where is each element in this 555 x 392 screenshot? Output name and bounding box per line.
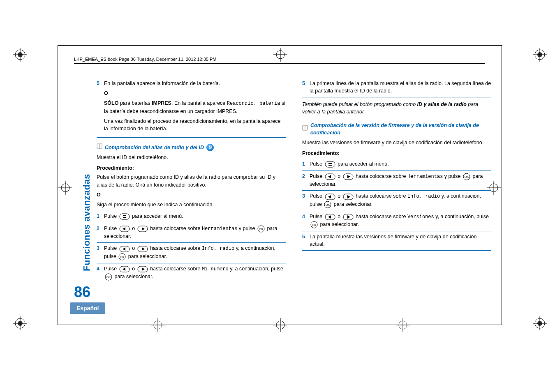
step-number: 3 [97, 244, 104, 252]
text: La pantalla muestra las versiones de fir… [310, 234, 476, 247]
svg-marker-75 [328, 215, 331, 219]
mono-text: Herramientas [407, 174, 443, 180]
registration-mark-icon [273, 318, 287, 332]
svg-marker-69 [328, 195, 331, 198]
registration-mark-icon [151, 318, 165, 332]
left-column: 5 En la pantalla aparece la información … [97, 78, 286, 283]
svg-rect-36 [120, 214, 130, 219]
page-root: LKP_EMEA_ES.book Page 86 Tuesday, Decemb… [0, 0, 555, 392]
step-number: 3 [302, 192, 310, 200]
mono-text: Info. radio [407, 194, 440, 199]
text: y pulse [239, 226, 257, 231]
book-icon [302, 125, 308, 133]
svg-marker-54 [142, 267, 145, 271]
note-text: También puede pulsar el botón programado… [302, 101, 491, 115]
svg-marker-52 [123, 267, 125, 271]
step-number: 4 [302, 213, 310, 220]
text: En la pantalla aparece la información de… [104, 81, 220, 86]
step-number: 2 [97, 225, 104, 232]
text: SÓLO [104, 100, 118, 106]
right-arrow-button-icon [137, 245, 148, 252]
registration-mark-icon [273, 48, 287, 62]
or-label: O [97, 192, 101, 198]
page-header: LKP_EMEA_ES.book Page 86 Tuesday, Decemb… [74, 57, 217, 62]
text: Pulse [104, 226, 118, 231]
step-2: 2 Pulse o hasta colocarse sobre Herramie… [302, 171, 491, 191]
text: hasta colocarse sobre [150, 245, 202, 251]
registration-mark-icon [58, 181, 72, 195]
text: o [132, 226, 136, 231]
right-arrow-button-icon [137, 265, 148, 272]
svg-rect-60 [328, 163, 332, 164]
registration-mark-icon [13, 316, 27, 330]
text: Pulse [104, 213, 118, 219]
step-4: 4 Pulse o hasta colocarse sobre Versione… [302, 211, 491, 231]
right-arrow-button-icon [343, 173, 354, 180]
step-3: 3 Pulse o hasta colocarse sobre Info. ra… [97, 243, 286, 263]
ok-button-icon: OK [257, 225, 265, 233]
step-number: 1 [302, 160, 310, 168]
text: para seleccionar. [334, 201, 373, 207]
svg-marker-46 [123, 247, 125, 251]
svg-rect-61 [328, 165, 332, 166]
text: Pulse [310, 173, 324, 179]
text: Pulse [310, 161, 324, 167]
text: y, a continuación, pulse [435, 214, 489, 219]
section-title-alias: Comprobación del alias de radio y del ID… [97, 143, 286, 151]
text: IMPRES [152, 100, 171, 106]
svg-text:OK: OK [106, 276, 111, 279]
text: Muestra las versiones de firmware y de c… [302, 140, 483, 145]
text: Pulse [310, 214, 324, 219]
svg-rect-37 [123, 215, 126, 216]
step-5: 5 La primera línea de la pantalla muestr… [302, 78, 491, 97]
text: ID y alias de la radio [417, 101, 467, 107]
registration-mark-icon [13, 48, 27, 62]
page-number: 86 [74, 284, 90, 301]
text: y, a continuación, pulse [230, 266, 283, 272]
text: Pulse [310, 193, 324, 199]
text: hasta colocarse sobre [150, 266, 202, 272]
right-arrow-button-icon [137, 225, 148, 232]
registration-mark-icon [533, 48, 547, 62]
svg-marker-65 [347, 175, 350, 178]
step-number: 5 [302, 233, 310, 240]
svg-text:OK: OK [259, 228, 263, 231]
ok-button-icon: OK [463, 173, 470, 180]
ok-button-icon: OK [310, 221, 318, 228]
mono-text: Info. radio [202, 246, 234, 251]
procedure-label: Procedimiento: [97, 164, 286, 172]
text: para acceder al menú. [132, 213, 183, 219]
text: para seleccionar. [114, 274, 153, 279]
step-2: 2 Pulse o hasta colocarse sobre Herramie… [97, 223, 286, 243]
left-arrow-button-icon [325, 173, 335, 180]
text: o [132, 245, 136, 251]
text: Siga el procedimiento que se indica a co… [97, 202, 214, 208]
text: o [338, 173, 342, 179]
svg-text:OK: OK [465, 175, 469, 178]
step-5b: 5 La pantalla muestra las versiones de f… [302, 231, 491, 251]
svg-text:OK: OK [312, 224, 316, 226]
step-1: 1 Pulse para acceder al menú. [97, 211, 286, 223]
menu-button-icon [119, 213, 130, 220]
svg-marker-40 [123, 227, 125, 231]
left-arrow-button-icon [119, 225, 130, 232]
step-number: 4 [97, 265, 104, 272]
text: hasta colocarse sobre [356, 193, 407, 199]
right-arrow-button-icon [343, 213, 354, 220]
svg-marker-77 [347, 215, 350, 219]
or-label: O [104, 90, 108, 96]
svg-marker-48 [142, 247, 145, 251]
mono-text: Versiones [407, 214, 434, 220]
right-column: 5 La primera línea de la pantalla muestr… [302, 78, 491, 283]
right-arrow-button-icon [343, 193, 354, 200]
text: o [338, 214, 342, 219]
book-icon [97, 143, 102, 151]
step-number: 2 [302, 173, 310, 180]
svg-marker-71 [347, 195, 350, 198]
header-rule [74, 63, 485, 64]
text: Pulse [104, 245, 118, 251]
section-title-text: Comprobación de la versión de firmware y… [310, 122, 491, 136]
text: La primera línea de la pantalla muestra … [310, 81, 491, 94]
content-area: 5 En la pantalla aparece la información … [97, 78, 491, 283]
step-1: 1 Pulse para acceder al menú. [302, 159, 491, 171]
